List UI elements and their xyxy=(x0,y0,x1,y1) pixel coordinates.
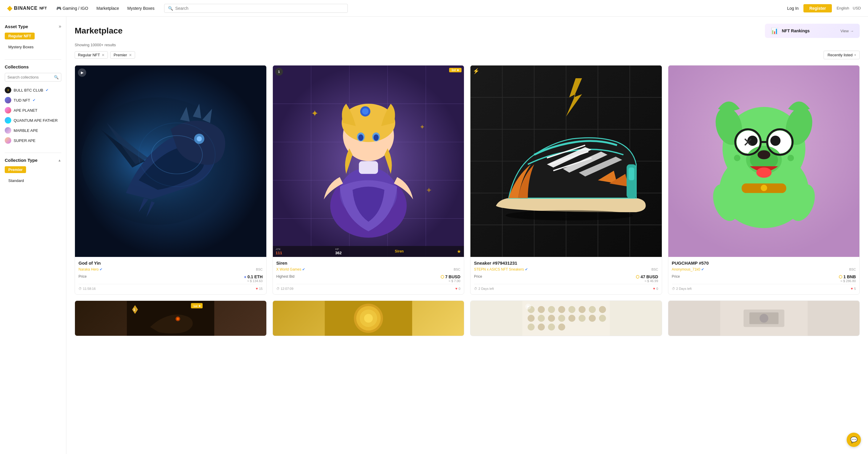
filter-tag-regular-nft[interactable]: Regular NFT ✕ xyxy=(75,51,108,59)
view-button[interactable]: View → xyxy=(840,29,854,33)
sidebar-item-bull-btc-club[interactable]: ₿ BULL BTC CLUB ✔ xyxy=(5,85,61,95)
verified-naraka: ✔ xyxy=(99,267,102,271)
nft-card-partial-2[interactable] xyxy=(273,301,465,336)
card-meta-pugchamp: Anonymous_71k0 ✔ BSC xyxy=(672,267,856,271)
partial-svg-1: 1 1st ★ xyxy=(75,301,266,336)
nav-gaming[interactable]: 🎮 Gaming / IGO xyxy=(56,6,88,11)
badge-num-siren: 1 xyxy=(275,68,283,75)
page-title: Marketplace xyxy=(75,26,123,36)
nft-card-pugchamp[interactable]: PUGCHAMP #570 Anonymous_71k0 ✔ BSC Price… xyxy=(668,65,860,295)
svg-point-93 xyxy=(599,306,606,313)
price-label-pugchamp: Price xyxy=(672,274,680,278)
bnb-icon-pugchamp: ⬡ xyxy=(839,274,842,279)
sidebar-item-super-ape[interactable]: SUPER APE xyxy=(5,135,61,146)
siren-star: ★ xyxy=(457,249,461,254)
price-usd-siren: ≈ $ 7.00 xyxy=(440,279,460,283)
logo-text: BINANCE xyxy=(14,6,38,11)
card-footer-sneaker: ⏱ 2 Days left ♥ 0 xyxy=(474,284,658,291)
card-name-pugchamp: PUGCHAMP #570 xyxy=(672,261,856,266)
svg-point-92 xyxy=(589,306,596,313)
collections-label: Collections xyxy=(5,64,29,69)
login-button[interactable]: Log In xyxy=(787,6,799,11)
standard-tag[interactable]: Standard xyxy=(5,177,28,184)
price-label-siren: Highest Bid xyxy=(276,274,294,278)
navbar: ◆ BINANCE NFT 🎮 Gaming / IGO Marketplace… xyxy=(0,0,868,17)
svg-point-62 xyxy=(757,150,770,159)
card-body-siren: Siren X World Games ✔ BSC Highest Bid ⬡ … xyxy=(273,257,464,294)
nft-card-partial-1[interactable]: 1 1st ★ xyxy=(75,301,267,336)
sort-dropdown[interactable]: Recently listed ▾ xyxy=(824,51,860,59)
page-header: Marketplace 📊 NFT Rankings View → xyxy=(75,24,860,38)
regular-nft-tag[interactable]: Regular NFT xyxy=(5,33,35,39)
collection-anon[interactable]: Anonymous_71k0 ✔ xyxy=(672,267,704,271)
search-collections-input[interactable] xyxy=(7,75,52,80)
search-collections-container[interactable]: 🔍 xyxy=(5,73,61,82)
verified-anon: ✔ xyxy=(701,267,704,271)
nav-marketplace[interactable]: Marketplace xyxy=(97,6,119,11)
price-value-pugchamp: ⬡ 1 BNB ≈ $ 286.80 xyxy=(839,274,856,283)
chat-button[interactable]: 💬 xyxy=(847,433,861,447)
logo-icon: ◆ xyxy=(7,4,12,12)
time-god-of-yin: ⏱ 11:58:16 xyxy=(79,287,96,291)
sidebar-item-marble-ape[interactable]: MARBLE APE xyxy=(5,125,61,135)
collection-name-quantum: QUANTUM APE FATHER xyxy=(13,118,58,123)
spark-icon-sneaker: ⚡ xyxy=(473,68,479,74)
svg-point-90 xyxy=(568,306,576,313)
mystery-boxes-label: Mystery Boxes xyxy=(127,6,155,11)
mystery-boxes-tag[interactable]: Mystery Boxes xyxy=(5,43,37,50)
search-collections-icon: 🔍 xyxy=(54,75,59,80)
play-button[interactable]: ▶ xyxy=(78,68,86,77)
verified-icon-tud: ✔ xyxy=(33,98,36,102)
image-inner-siren: ✦ ✦ ✦ xyxy=(273,65,464,257)
currency-label: USD xyxy=(853,6,861,10)
nft-rankings-banner[interactable]: 📊 NFT Rankings View → xyxy=(765,24,860,38)
nft-card-sneaker[interactable]: ⚡ Sneaker #979431231 STEPN x ASICS NFT S… xyxy=(470,65,662,295)
card-name-sneaker: Sneaker #979431231 xyxy=(474,261,658,266)
nft-card-partial-3[interactable] xyxy=(470,301,662,336)
collection-stepn[interactable]: STEPN x ASICS NFT Sneakers ✔ xyxy=(474,267,528,271)
likes-sneaker[interactable]: ♥ 0 xyxy=(653,286,658,291)
busd-icon-sneaker: ⬡ xyxy=(636,274,639,279)
filter-tag-premier[interactable]: Premier ✕ xyxy=(110,51,135,59)
clock-icon: ⏱ xyxy=(79,287,82,291)
avatar-quantum xyxy=(5,117,11,124)
premier-tag[interactable]: Premier xyxy=(5,166,26,173)
likes-pugchamp[interactable]: ♥ 5 xyxy=(851,286,856,291)
nft-card-god-of-yin[interactable]: ▶ xyxy=(75,65,267,295)
filter-remove-regular[interactable]: ✕ xyxy=(102,53,104,57)
collections-header: Collections xyxy=(5,64,61,69)
svg-point-100 xyxy=(589,315,596,322)
expand-icon[interactable]: » xyxy=(59,24,61,29)
svg-point-79 xyxy=(177,318,179,320)
collection-x-world[interactable]: X World Games ✔ xyxy=(276,267,305,271)
siren-svg: ✦ ✦ ✦ xyxy=(273,65,464,257)
price-usd-god-of-yin: ≈ $ 134.63 xyxy=(244,279,262,283)
svg-point-57 xyxy=(770,136,780,146)
avatar-tud xyxy=(5,97,11,103)
likes-siren[interactable]: ♥ 0 xyxy=(455,286,460,291)
sidebar-item-tud-nft[interactable]: TUD NFT ✔ xyxy=(5,95,61,105)
language-selector[interactable]: English USD xyxy=(837,6,861,10)
partial-image-3 xyxy=(470,301,662,336)
likes-god-of-yin[interactable]: ♥ 15 xyxy=(256,286,262,291)
logo[interactable]: ◆ BINANCE NFT xyxy=(7,4,47,12)
nav-mystery-boxes[interactable]: Mystery Boxes xyxy=(127,6,155,11)
chevron-up-icon[interactable]: ▲ xyxy=(58,158,61,162)
svg-point-3 xyxy=(197,136,202,141)
price-value-sneaker: ⬡ 47 BUSD ≈ $ 46.99 xyxy=(636,274,658,283)
card-body-god-of-yin: God of Yin Naraka Hero ✔ BSC Price ♦ 0.1… xyxy=(75,257,266,294)
partial-image-4 xyxy=(668,301,860,336)
search-bar[interactable]: 🔍 xyxy=(164,4,348,13)
filter-label-premier: Premier xyxy=(114,53,127,57)
search-input[interactable] xyxy=(175,6,344,11)
filter-remove-premier[interactable]: ✕ xyxy=(129,53,132,57)
sidebar-item-ape-planet[interactable]: APE PLANET xyxy=(5,105,61,115)
sidebar-item-quantum-ape-father[interactable]: QUANTUM APE FATHER xyxy=(5,115,61,125)
register-button[interactable]: Register xyxy=(803,4,832,12)
asset-type-label: Asset Type xyxy=(5,24,28,29)
collection-naraka[interactable]: Naraka Hero ✔ xyxy=(79,267,102,271)
svg-text:✦: ✦ xyxy=(419,124,425,131)
nft-card-siren[interactable]: ✦ ✦ ✦ 1 1st ★ ATK 111 xyxy=(273,65,465,295)
nft-card-partial-4[interactable] xyxy=(668,301,860,336)
svg-point-98 xyxy=(568,315,576,322)
